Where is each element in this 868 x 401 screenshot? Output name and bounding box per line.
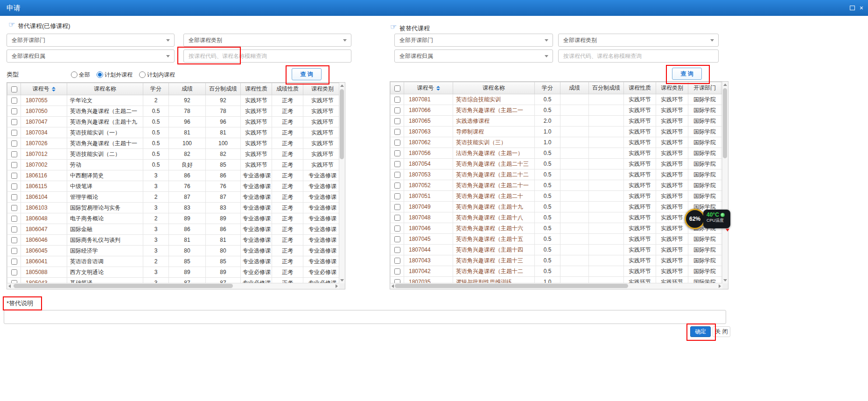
row-checkbox[interactable] bbox=[11, 183, 17, 190]
table-row[interactable]: 1807045英语角兴趣课程（主题十五0.5实践环节实践环节国际学院 bbox=[391, 234, 723, 245]
table-row[interactable]: 1807042英语角兴趣课程（主题十二0.5实践环节实践环节国际学院 bbox=[391, 266, 723, 277]
type-radio-option[interactable]: 计划内课程 bbox=[139, 71, 175, 79]
row-checkbox[interactable] bbox=[394, 193, 400, 199]
right-dept-select[interactable]: 全部开课部门 bbox=[394, 34, 553, 47]
row-checkbox[interactable] bbox=[11, 226, 17, 232]
scrollbar-thumb[interactable] bbox=[395, 284, 628, 288]
right-search-input[interactable] bbox=[558, 49, 719, 63]
scroll-left-icon[interactable] bbox=[392, 284, 394, 288]
sort-icon[interactable] bbox=[52, 87, 56, 91]
confirm-button[interactable]: 确定 bbox=[690, 326, 711, 337]
select-all-checkbox[interactable] bbox=[11, 86, 17, 92]
scroll-left-icon[interactable] bbox=[8, 284, 11, 288]
table-row[interactable]: 1807081英语综合技能实训0.5实践环节实践环节国际学院 bbox=[391, 94, 723, 105]
right-category-select[interactable]: 全部课程类别 bbox=[558, 34, 719, 47]
column-header[interactable]: 课程号 bbox=[21, 83, 67, 95]
table-row[interactable]: 1806047国际金融38686专业选修课正考专业选修课国际学院 bbox=[7, 224, 340, 235]
scroll-up-icon[interactable] bbox=[340, 84, 344, 87]
scroll-right-icon[interactable] bbox=[336, 284, 338, 288]
sort-icon[interactable] bbox=[436, 86, 440, 91]
table-row[interactable]: 1806045国际经济学38080专业选修课正考专业选修课国际学院 bbox=[7, 246, 340, 256]
row-checkbox[interactable] bbox=[394, 107, 400, 113]
row-checkbox[interactable] bbox=[394, 129, 400, 135]
table-row[interactable]: 1807053英语角兴趣课程（主题二十二0.5实践环节实践环节国际学院 bbox=[391, 169, 723, 180]
table-row[interactable]: 1807048英语角兴趣课程（主题十八0.5实践环节实践环节国际学院 bbox=[391, 212, 723, 223]
close-button[interactable]: 关 闭 bbox=[713, 326, 730, 337]
table-row[interactable]: 1807002劳动0.5良好85实践环节正考实践环节国际学院 bbox=[7, 160, 340, 170]
table-row[interactable]: 1807043英语角兴趣课程（主题十三0.5实践环节实践环节国际学院 bbox=[391, 255, 723, 266]
row-checkbox[interactable] bbox=[11, 173, 17, 179]
table-row[interactable]: 1806048电子商务概论28989专业选修课正考专业选修课国际学院 bbox=[7, 213, 340, 224]
left-horizontal-scrollbar[interactable] bbox=[7, 283, 339, 289]
row-checkbox[interactable] bbox=[11, 162, 17, 168]
row-checkbox[interactable] bbox=[394, 215, 400, 221]
table-row[interactable]: 1807012英语技能实训（二）0.58282实践环节正考实践环节国际学院 bbox=[7, 149, 340, 160]
row-checkbox[interactable] bbox=[11, 98, 17, 104]
table-row[interactable]: 1807055学年论文29292实践环节正考实践环节国际学院 bbox=[7, 95, 340, 106]
table-row[interactable]: 1807065实践选修课程2.0实践环节实践环节国际学院 bbox=[391, 116, 723, 127]
column-header[interactable]: 课程号 bbox=[404, 82, 453, 94]
table-row[interactable]: 1807052英语角兴趣课程（主题二十一0.5实践环节实践环节国际学院 bbox=[391, 180, 723, 191]
table-row[interactable]: 1806104管理学概论28787专业选修课正考专业选修课国际学院 bbox=[7, 192, 340, 203]
row-checkbox[interactable] bbox=[11, 205, 17, 211]
left-category-select[interactable]: 全部课程类别 bbox=[183, 34, 351, 47]
select-all-checkbox[interactable] bbox=[394, 85, 400, 91]
type-radio[interactable] bbox=[97, 71, 103, 78]
right-vertical-scrollbar[interactable] bbox=[722, 82, 728, 283]
row-checkbox[interactable] bbox=[394, 150, 400, 156]
table-row[interactable]: 1806046国际商务礼仪与谈判38181专业选修课正考专业选修课国际学院 bbox=[7, 235, 340, 246]
type-radio-option[interactable]: 全部 bbox=[71, 71, 90, 79]
table-row[interactable]: 1806115中级笔译37676专业选修课正考专业选修课国际学院 bbox=[7, 181, 340, 192]
row-checkbox[interactable] bbox=[394, 118, 400, 124]
row-checkbox[interactable] bbox=[394, 236, 400, 242]
row-checkbox[interactable] bbox=[394, 225, 400, 232]
scrollbar-thumb[interactable] bbox=[723, 88, 727, 158]
row-checkbox[interactable] bbox=[394, 161, 400, 167]
row-checkbox[interactable] bbox=[11, 108, 17, 114]
table-row[interactable]: 1807047英语角兴趣课程（主题十九0.59696实践环节正考实践环节国际学院 bbox=[7, 117, 340, 127]
table-row[interactable]: 1807050英语角兴趣课程（主题二一0.57878实践环节正考实践环节国际学院 bbox=[7, 106, 340, 117]
row-checkbox[interactable] bbox=[11, 194, 17, 200]
table-row[interactable]: 1807026英语角兴趣课程（主题十一0.5100100实践环节正考实践环节国际… bbox=[7, 138, 340, 149]
window-close-button[interactable]: × bbox=[860, 5, 863, 11]
table-row[interactable]: 1807046英语角兴趣课程（主题十六0.5实践环节实践环节国际学院 bbox=[391, 223, 723, 234]
type-radio[interactable] bbox=[139, 71, 146, 78]
row-checkbox[interactable] bbox=[394, 140, 400, 146]
left-query-button[interactable]: 查 询 bbox=[292, 68, 322, 80]
row-checkbox[interactable] bbox=[11, 269, 17, 275]
table-row[interactable]: 1807049英语角兴趣课程（主题十九0.5实践环节实践环节国际学院 bbox=[391, 202, 723, 212]
scrollbar-thumb[interactable] bbox=[340, 89, 344, 159]
table-row[interactable]: 1807062英语技能实训（三）1.0实践环节实践环节国际学院 bbox=[391, 137, 723, 148]
table-row[interactable]: 1807056法语角兴趣课程（主题一）0.5实践环节实践环节国际学院 bbox=[391, 148, 723, 159]
scrollbar-thumb[interactable] bbox=[14, 284, 233, 288]
row-checkbox[interactable] bbox=[394, 247, 400, 253]
row-checkbox[interactable] bbox=[394, 268, 400, 274]
table-row[interactable]: 1807051英语角兴趣课程（主题二十0.5实践环节实践环节国际学院 bbox=[391, 191, 723, 202]
right-horizontal-scrollbar[interactable] bbox=[390, 283, 722, 289]
table-row[interactable]: 1806116中西翻译简史38686专业选修课正考专业选修课国际学院 bbox=[7, 170, 340, 181]
left-search-input[interactable] bbox=[183, 49, 351, 63]
scroll-up-icon[interactable] bbox=[723, 84, 727, 86]
table-row[interactable]: 1807034英语技能实训（一）0.58181实践环节正考实践环节国际学院 bbox=[7, 127, 340, 138]
left-vertical-scrollbar[interactable] bbox=[339, 83, 345, 283]
row-checkbox[interactable] bbox=[11, 216, 17, 222]
type-radio-option[interactable]: 计划外课程 bbox=[97, 71, 133, 79]
row-checkbox[interactable] bbox=[11, 119, 17, 125]
row-checkbox[interactable] bbox=[11, 259, 17, 265]
right-query-button[interactable]: 查 询 bbox=[672, 68, 702, 80]
row-checkbox[interactable] bbox=[11, 130, 17, 136]
right-belong-select[interactable]: 全部课程归属 bbox=[394, 49, 553, 63]
cpu-monitor-overlay[interactable]: 62% 40°C CPU温度 bbox=[685, 208, 732, 232]
row-checkbox[interactable] bbox=[11, 248, 17, 254]
table-row[interactable]: 1807035逻辑与批判性思维训练1.0实践环节实践环节国际学院 bbox=[391, 277, 723, 284]
row-checkbox[interactable] bbox=[394, 204, 400, 210]
table-row[interactable]: 1806041英语语音语调28585专业选修课正考专业选修课国际学院 bbox=[7, 256, 340, 267]
table-row[interactable]: 1805088西方文明通论38989专业必修课正考专业必修课国际学院 bbox=[7, 267, 340, 278]
scroll-right-icon[interactable] bbox=[719, 284, 721, 288]
row-checkbox[interactable] bbox=[394, 258, 400, 264]
row-checkbox[interactable] bbox=[394, 172, 400, 178]
table-row[interactable]: 1806103国际贸易理论与实务38383专业选修课正考专业选修课国际学院 bbox=[7, 203, 340, 213]
row-checkbox[interactable] bbox=[394, 97, 400, 103]
table-row[interactable]: 1807066英语角兴趣课程（主题二一0.5实践环节实践环节国际学院 bbox=[391, 105, 723, 116]
scroll-down-icon[interactable] bbox=[340, 279, 344, 281]
